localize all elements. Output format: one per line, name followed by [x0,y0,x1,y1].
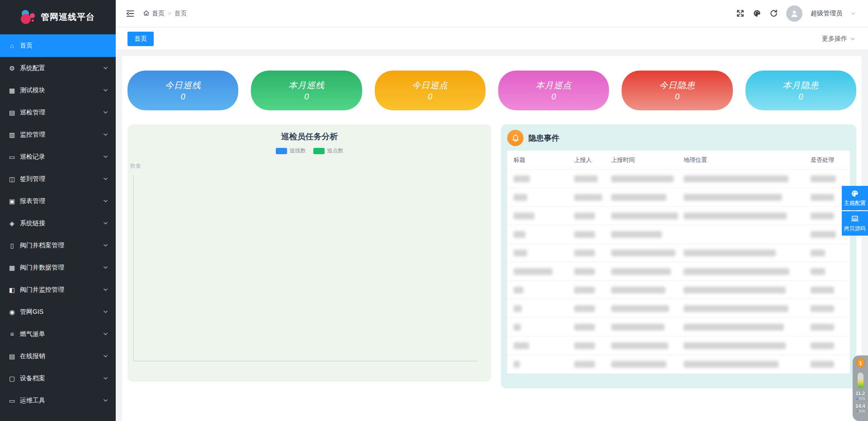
table-cell-redacted [804,268,850,275]
sidebar-item-6[interactable]: ◫签到管理 [0,168,116,190]
sidebar-item-13[interactable]: ≡燃气派单 [0,323,116,345]
chart-title: 巡检员任务分析 [127,124,491,142]
sidebar-item-9[interactable]: ▯阀门井档案管理 [0,234,116,256]
table-cell-redacted [677,324,804,331]
table-cell-redacted [677,361,804,368]
main-content: 今日巡线0本月巡线0今日巡点0本月巡点0今日隐患0本月隐患0 巡检员任务分析 巡… [116,50,868,421]
copy-source-button[interactable]: 拷贝源码 [842,211,868,236]
table-cell-redacted [804,342,850,349]
table-cell-redacted [677,194,804,201]
table-row[interactable] [507,188,850,207]
sidebar-item-11[interactable]: ◧阀门井监控管理 [0,279,116,301]
table-row[interactable] [507,299,850,318]
fullscreen-icon[interactable] [736,9,745,18]
sidebar-item-2[interactable]: ▦测试模块 [0,79,116,101]
stat-card-4[interactable]: 本月巡点0 [498,71,609,110]
sidebar-item-home[interactable]: ⌂ 首页 [0,34,116,57]
breadcrumb-home[interactable]: 首页 [143,9,165,18]
table-row[interactable] [507,336,850,355]
sidebar-menu: ⌂ 首页 ⚙系统配置▦测试模块▤巡检管理▥监控管理▭巡检记录◫签到管理▣报表管理… [0,34,116,412]
chevron-down-icon [103,132,108,137]
table-row[interactable] [507,262,850,281]
upload-speed-value: 11.2 [856,391,865,396]
net-speed-monitor-widget[interactable]: 1 11.2 ▲K/s 14.4 ▼K/s [853,355,868,421]
stat-card-5[interactable]: 今日隐患0 [622,71,732,110]
more-operations-dropdown[interactable]: 更多操作 [822,35,855,43]
sidebar-item-12[interactable]: ◉管网GIS [0,301,116,323]
stat-card-3[interactable]: 今日巡点0 [375,71,486,110]
user-menu-chevron-down-icon[interactable] [850,10,856,16]
table-cell-redacted [605,194,677,201]
redacted-text-blob [611,361,666,368]
chevron-down-icon [850,36,855,42]
table-cell-redacted [568,361,605,368]
theme-config-button[interactable]: 主题配置 [842,186,868,210]
sidebar-item-label: 监控管理 [20,131,103,139]
collapse-sidebar-icon[interactable] [126,9,135,18]
stat-card-6[interactable]: 本月隐患0 [745,71,856,110]
redacted-text-blob [684,361,778,368]
sidebar-item-4[interactable]: ▥监控管理 [0,123,116,146]
table-cell-redacted [507,287,568,293]
sidebar-item-16[interactable]: ▭运维工具 [0,389,116,412]
sidebar-item-10[interactable]: ▦阀门井数据管理 [0,256,116,279]
table-cell-redacted [677,287,804,293]
table-cell-redacted [507,175,568,182]
shield-badge-icon: 1 [855,358,866,369]
table-cell-redacted [507,194,568,201]
redacted-text-blob [811,175,836,182]
table-row[interactable] [507,225,850,244]
legend-swatch [276,148,287,154]
refresh-icon[interactable] [769,9,778,18]
redacted-text-blob [574,213,595,219]
redacted-text-blob [811,342,834,349]
table-cell-redacted [804,250,850,256]
laptop-icon: ▭ [8,153,16,161]
stat-card-1[interactable]: 今日巡线0 [127,71,238,110]
content-card: 今日巡线0本月巡线0今日巡点0本月巡点0今日隐患0本月隐患0 巡检员任务分析 巡… [122,56,862,421]
tab-home[interactable]: 首页 [127,32,154,46]
column-header-4: 地理位置 [677,156,804,164]
table-cell-redacted [605,287,677,293]
table-cell-redacted [507,268,568,275]
table-row[interactable] [507,355,850,374]
legend-item-2[interactable]: 巡点数 [313,147,344,155]
column-header-5: 是否处理 [804,156,850,164]
redacted-text-blob [811,324,834,331]
gis-icon: ◉ [8,308,16,316]
table-cell-redacted [804,305,850,312]
redacted-text-blob [574,342,595,349]
notebook-icon: ▤ [8,353,16,360]
table-row[interactable] [507,281,850,299]
table-row[interactable] [507,170,850,188]
home-icon [143,10,150,17]
redacted-text-blob [611,287,665,293]
table-row[interactable] [507,244,850,262]
sidebar-item-1[interactable]: ⚙系统配置 [0,57,116,79]
tab-bar: 首页 更多操作 [116,28,868,50]
sidebar-item-14[interactable]: ▤在线报销 [0,345,116,367]
current-user-name[interactable]: 超级管理员 [811,9,842,18]
sidebar-item-label: 签到管理 [20,175,103,183]
stat-card-2[interactable]: 本月巡线0 [251,71,362,110]
sidebar-item-3[interactable]: ▤巡检管理 [0,101,116,123]
sidebar-item-label: 巡检管理 [20,109,103,117]
sidebar-item-7[interactable]: ▣报表管理 [0,190,116,212]
table-cell-redacted [804,324,850,331]
sidebar-item-8[interactable]: ◈系统链接 [0,212,116,234]
legend-item-1[interactable]: 巡线数 [276,147,306,155]
table-row[interactable] [507,318,850,336]
table-cell-redacted [605,305,677,312]
database-icon: ▤ [8,109,16,116]
chevron-down-icon [103,331,108,336]
sidebar-item-5[interactable]: ▭巡检记录 [0,146,116,168]
user-avatar[interactable] [786,5,802,22]
table-row[interactable] [507,207,850,225]
redacted-text-blob [684,305,788,312]
theme-palette-icon[interactable] [753,9,761,18]
redacted-text-blob [811,231,836,238]
sidebar-item-15[interactable]: ▢设备档案 [0,367,116,389]
device-icon: ▢ [8,375,16,382]
table-cell-redacted [568,194,605,201]
stat-card-label: 本月隐患 [783,80,819,91]
